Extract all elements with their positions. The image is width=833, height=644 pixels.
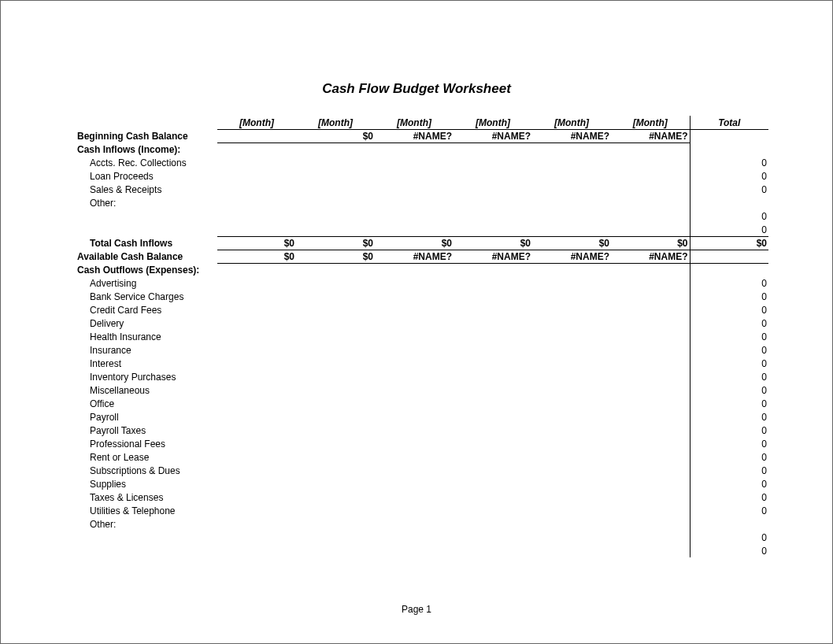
- cell: [217, 370, 296, 383]
- inflow-item: Sales & Receipts: [76, 183, 217, 196]
- cell: [690, 263, 768, 276]
- cell: [375, 424, 454, 437]
- table-row: Interest0: [76, 357, 768, 370]
- cell: [375, 290, 454, 303]
- cell: [375, 410, 454, 424]
- cell: [296, 477, 375, 490]
- cell: $0: [296, 250, 375, 263]
- outflow-item: Bank Service Charges: [76, 290, 217, 303]
- cell: [217, 517, 296, 531]
- cell: #NAME?: [454, 250, 532, 263]
- cash-inflows-header: Cash Inflows (Income):: [76, 142, 217, 156]
- cell: [217, 504, 296, 517]
- cell: [532, 142, 611, 156]
- cell: [532, 383, 611, 397]
- cell: 0: [690, 303, 768, 316]
- cell: [532, 290, 611, 303]
- cell: 0: [690, 156, 768, 169]
- cell: [454, 316, 532, 330]
- cell: 0: [690, 209, 768, 223]
- cell: [217, 477, 296, 490]
- cell: [611, 517, 690, 531]
- cell: [454, 330, 532, 343]
- cell: [296, 223, 375, 236]
- col-h2: [Month]: [375, 116, 454, 129]
- cell: 0: [690, 477, 768, 490]
- cell: $0: [611, 236, 690, 250]
- col-h4: [Month]: [532, 116, 611, 129]
- outflow-item: Taxes & Licenses: [76, 490, 217, 504]
- outflow-item: Professional Fees: [76, 437, 217, 450]
- cell: $0: [375, 236, 454, 250]
- table-row: 0: [76, 531, 768, 544]
- cell: #NAME?: [611, 250, 690, 263]
- cell: [532, 330, 611, 343]
- cell: [296, 357, 375, 370]
- cell: [375, 383, 454, 397]
- cell: 0: [690, 316, 768, 330]
- col-h1: [Month]: [296, 116, 375, 129]
- cell: [532, 410, 611, 424]
- table-row: Subscriptions & Dues0: [76, 464, 768, 477]
- cell: 0: [690, 357, 768, 370]
- cell: [375, 357, 454, 370]
- cell: $0: [296, 129, 375, 142]
- cell: [296, 517, 375, 531]
- cell: [296, 316, 375, 330]
- cell: [296, 397, 375, 410]
- table-row: Cash Inflows (Income):: [76, 142, 768, 156]
- cell: [611, 477, 690, 490]
- cell: [611, 316, 690, 330]
- table-row: Beginning Cash Balance$0#NAME?#NAME?#NAM…: [76, 129, 768, 142]
- cell: [454, 424, 532, 437]
- cell: 0: [690, 183, 768, 196]
- table-row: Rent or Lease0: [76, 450, 768, 464]
- cell: [296, 410, 375, 424]
- cell: [611, 544, 690, 557]
- cell: [611, 343, 690, 357]
- table-row: Loan Proceeds0: [76, 169, 768, 183]
- cell: [611, 156, 690, 169]
- cell: [217, 330, 296, 343]
- cell: [296, 424, 375, 437]
- cell: [375, 437, 454, 450]
- cell: [532, 450, 611, 464]
- cell: [532, 544, 611, 557]
- inflow-item: Accts. Rec. Collections: [76, 156, 217, 169]
- cell: [532, 169, 611, 183]
- table-row: Inventory Purchases0: [76, 370, 768, 383]
- cell: [454, 490, 532, 504]
- cell: 0: [690, 169, 768, 183]
- cell: 0: [690, 397, 768, 410]
- cell: [296, 531, 375, 544]
- cell: [296, 156, 375, 169]
- outflow-item: Miscellaneous: [76, 383, 217, 397]
- table-row: Delivery0: [76, 316, 768, 330]
- cell: [296, 263, 375, 276]
- cell: [454, 437, 532, 450]
- cell: 0: [690, 450, 768, 464]
- cell: [454, 531, 532, 544]
- cell: [611, 142, 690, 156]
- cell: [454, 370, 532, 383]
- cell: [611, 531, 690, 544]
- cell: [532, 196, 611, 209]
- cell: [611, 196, 690, 209]
- cell: [375, 156, 454, 169]
- cell: [454, 517, 532, 531]
- cell: 0: [690, 223, 768, 236]
- cell: [217, 397, 296, 410]
- available-cash-balance-label: Available Cash Balance: [76, 250, 217, 263]
- table-row: Insurance0: [76, 343, 768, 357]
- cell: [217, 531, 296, 544]
- cell: [217, 276, 296, 290]
- cell: #NAME?: [611, 129, 690, 142]
- col-h6: Total: [690, 116, 768, 129]
- cell: 0: [690, 437, 768, 450]
- table-row: Bank Service Charges0: [76, 290, 768, 303]
- outflow-item: Utilities & Telephone: [76, 504, 217, 517]
- page-title: Cash Flow Budget Worksheet: [76, 1, 757, 116]
- cell: [296, 183, 375, 196]
- cell: 0: [690, 531, 768, 544]
- cell: [217, 410, 296, 424]
